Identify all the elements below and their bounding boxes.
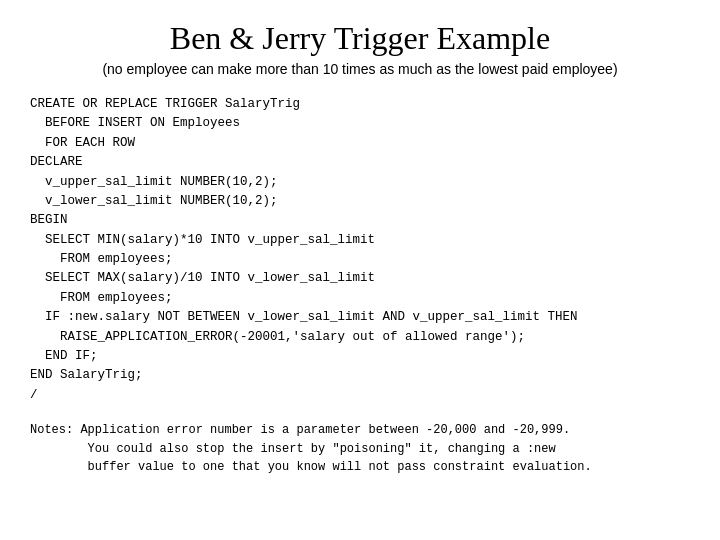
page-subtitle: (no employee can make more than 10 times… xyxy=(30,61,690,77)
page: Ben & Jerry Trigger Example (no employee… xyxy=(0,0,720,540)
notes-block: Notes: Application error number is a par… xyxy=(30,421,690,477)
code-block: CREATE OR REPLACE TRIGGER SalaryTrig BEF… xyxy=(30,95,690,405)
page-title: Ben & Jerry Trigger Example xyxy=(30,20,690,57)
